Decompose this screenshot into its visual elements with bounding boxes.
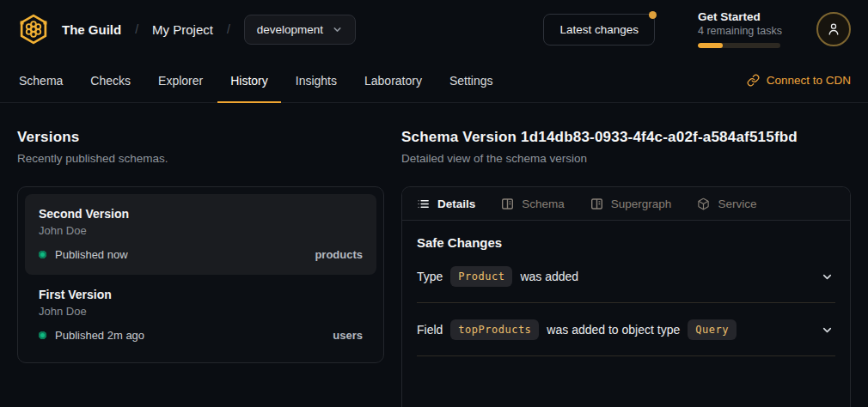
- tab-history[interactable]: History: [217, 58, 281, 102]
- detail-tab-label: Schema: [522, 197, 565, 210]
- user-icon: [826, 21, 841, 37]
- get-started-progress-bar: [698, 43, 780, 48]
- environment-select-value: development: [257, 23, 323, 36]
- detail-tab-details[interactable]: Details: [417, 197, 475, 210]
- detail-tab-service[interactable]: Service: [697, 197, 756, 210]
- cube-icon: [697, 197, 710, 210]
- versions-subtitle: Recently published schemas.: [17, 152, 384, 165]
- user-avatar[interactable]: [816, 12, 851, 46]
- detail-tab-label: Supergraph: [611, 197, 672, 210]
- tab-insights[interactable]: Insights: [283, 58, 350, 102]
- chevron-down-icon: [332, 24, 343, 35]
- version-list: Second Version John Doe Published now pr…: [17, 186, 384, 363]
- detail-tab-schema[interactable]: Schema: [501, 197, 565, 210]
- latest-changes-button[interactable]: Latest changes: [543, 14, 655, 46]
- tab-schema[interactable]: Schema: [6, 58, 76, 102]
- safe-changes-title: Safe Changes: [417, 235, 835, 250]
- breadcrumb: The Guild / My Project / development: [17, 13, 356, 46]
- org-name[interactable]: The Guild: [62, 22, 121, 37]
- tab-laboratory[interactable]: Laboratory: [351, 58, 435, 102]
- version-status: Published 2m ago: [55, 329, 144, 342]
- environment-select[interactable]: development: [244, 15, 356, 45]
- chevron-down-icon[interactable]: [821, 324, 834, 337]
- version-service: products: [315, 248, 363, 261]
- chevron-down-icon[interactable]: [821, 270, 834, 283]
- change-row-field-added[interactable]: Field topProducts was added to object ty…: [417, 303, 835, 356]
- get-started-widget[interactable]: Get Started 4 remaining tasks: [698, 10, 780, 48]
- schema-version-subtitle: Detailed view of the schema version: [401, 152, 851, 165]
- app-header: The Guild / My Project / development Lat…: [0, 0, 868, 58]
- change-row-type-added[interactable]: Type Product was added: [417, 250, 835, 303]
- version-detail-panel: Details Schema: [401, 186, 851, 407]
- code-badge: Query: [688, 319, 737, 340]
- latest-changes-label: Latest changes: [559, 23, 639, 36]
- nav-right: Connect to CDN: [747, 58, 863, 102]
- version-list-item-second-version[interactable]: Second Version John Doe Published now pr…: [25, 194, 376, 275]
- versions-title: Versions: [17, 129, 384, 146]
- code-badge: Product: [450, 266, 512, 287]
- project-name[interactable]: My Project: [152, 22, 213, 37]
- tab-settings[interactable]: Settings: [437, 58, 506, 102]
- columns-icon: [501, 197, 514, 210]
- version-name: Second Version: [39, 207, 363, 221]
- connect-to-cdn-link[interactable]: Connect to CDN: [747, 74, 851, 87]
- detail-body: Safe Changes Type Product was added Fiel…: [402, 221, 850, 371]
- breadcrumb-separator: /: [225, 22, 232, 36]
- notification-dot: [649, 11, 657, 19]
- schema-version-title: Schema Version 1d14db83-0933-4f4c-a02f-a…: [401, 129, 851, 146]
- detail-tab-label: Details: [437, 197, 475, 210]
- version-service: users: [333, 329, 363, 342]
- detail-tabs: Details Schema: [402, 187, 850, 221]
- tab-checks[interactable]: Checks: [77, 58, 144, 102]
- version-author: John Doe: [39, 224, 363, 237]
- hive-logo-icon[interactable]: [17, 13, 50, 46]
- change-text: Type: [417, 270, 443, 283]
- version-status: Published now: [55, 248, 128, 261]
- published-status-dot: [39, 331, 46, 339]
- get-started-progress-fill: [698, 43, 723, 48]
- detail-tab-label: Service: [718, 197, 756, 210]
- link-icon: [747, 74, 760, 87]
- version-status-row: Published now products: [39, 248, 363, 261]
- change-text: was added to object type: [547, 323, 680, 337]
- tab-explorer[interactable]: Explorer: [145, 58, 216, 102]
- breadcrumb-separator: /: [133, 22, 140, 36]
- detail-tab-supergraph[interactable]: Supergraph: [590, 197, 672, 210]
- version-author: John Doe: [39, 305, 363, 318]
- columns-icon: [590, 197, 603, 210]
- target-nav: Schema Checks Explorer History Insights …: [0, 58, 868, 103]
- code-badge: topProducts: [450, 319, 539, 340]
- version-name: First Version: [39, 288, 363, 301]
- version-list-item-first-version[interactable]: First Version John Doe Published 2m ago …: [25, 275, 376, 355]
- get-started-title: Get Started: [698, 10, 780, 23]
- main-content: Versions Recently published schemas. Sec…: [0, 103, 868, 407]
- connect-to-cdn-label: Connect to CDN: [767, 74, 851, 87]
- change-text: was added: [520, 270, 578, 283]
- versions-column: Versions Recently published schemas. Sec…: [17, 103, 384, 407]
- header-actions: Latest changes Get Started 4 remaining t…: [543, 10, 851, 48]
- list-icon: [417, 197, 430, 210]
- version-detail-column: Schema Version 1d14db83-0933-4f4c-a02f-a…: [401, 103, 851, 407]
- change-text: Field: [417, 323, 443, 337]
- version-status-row: Published 2m ago users: [39, 329, 363, 342]
- get-started-remaining: 4 remaining tasks: [698, 25, 780, 37]
- published-status-dot: [39, 251, 46, 258]
